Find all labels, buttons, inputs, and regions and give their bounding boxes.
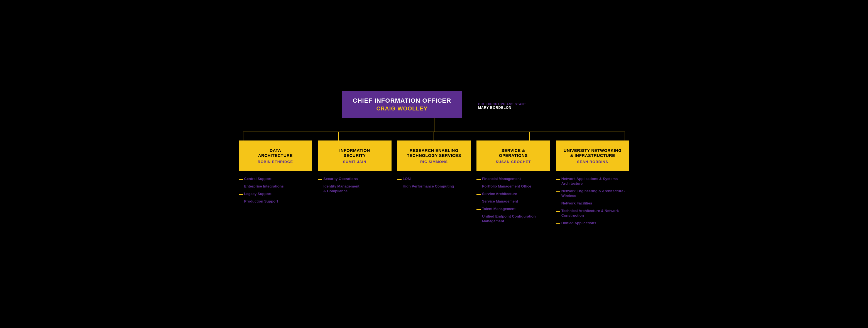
subitem-h-line	[556, 191, 560, 192]
assistant-connector-line	[465, 106, 476, 106]
subitem-label: Technical Architecture & Network Constru…	[561, 209, 630, 218]
drop-line-2	[338, 132, 339, 140]
subitems-container-research-enabling: LONIHigh Performance Computing	[397, 171, 471, 192]
list-item: Technical Architecture & Network Constru…	[556, 209, 630, 218]
subitem-h-line	[239, 194, 243, 195]
subitem-h-line	[239, 202, 243, 202]
list-item: Service Architecture	[476, 192, 550, 196]
subitem-label: Production Support	[244, 199, 278, 204]
subitem-label: Service Architecture	[482, 192, 517, 196]
assistant-line-container: CIO EXECUTIVE ASSISTANT MARY BORDELON	[465, 102, 526, 109]
list-item: Identity Management & Compliance	[318, 184, 392, 194]
subitems-container-service-operations: Financial ManagementPortfolio Management…	[476, 171, 550, 226]
subitem-label: Financial Management	[482, 177, 521, 182]
subitem-h-line	[318, 187, 322, 187]
subitems-container-data-architecture: Central SupportEnterprise IntegrationsLe…	[239, 171, 312, 207]
top-level-wrapper: CHIEF INFORMATION OFFICER CRAIG WOOLLEY …	[217, 91, 651, 236]
list-item: Talent Management	[476, 207, 550, 211]
subitems-container-information-security: Security OperationsIdentity Management &…	[318, 171, 392, 196]
subitem-label: Unified Endpoint Configuration Managemen…	[482, 214, 536, 224]
subitem-label: Portfolio Management Office	[482, 184, 531, 189]
subitem-h-line	[556, 204, 560, 204]
subitems-container-university-networking: Network Applications & Systems Architect…	[556, 171, 630, 228]
division-drops	[243, 132, 625, 140]
drop-line-4	[529, 132, 530, 140]
list-item: Service Management	[476, 199, 550, 204]
subitem-label: Security Operations	[323, 177, 358, 182]
list-item: Production Support	[239, 199, 312, 204]
cio-assistant: CIO EXECUTIVE ASSISTANT MARY BORDELON	[465, 100, 526, 109]
division-name-service-operations: SUSAN CROCHET	[482, 160, 545, 164]
subitem-h-line	[556, 179, 560, 180]
division-title-university-networking: UNIVERSITY NETWORKING & INFRASTRUCTURE	[561, 148, 625, 158]
subitem-h-line	[318, 179, 322, 180]
subitem-h-line	[239, 187, 243, 187]
division-box-data-architecture: DATA ARCHITECTUREROBIN ETHRIDGE	[239, 140, 312, 171]
subitem-label: Service Management	[482, 199, 518, 204]
division-box-service-operations: SERVICE & OPERATIONSSUSAN CROCHET	[476, 140, 550, 171]
subitem-h-line	[476, 209, 481, 210]
division-box-research-enabling: RESEARCH ENABLING TECHNOLOGY SERVICESRIC…	[397, 140, 471, 171]
divisions-row: DATA ARCHITECTUREROBIN ETHRIDGECentral S…	[239, 140, 630, 228]
subitem-label: LONI	[403, 177, 411, 182]
subitem-label: Network Facilities	[561, 201, 592, 206]
list-item: Network Engineering & Architecture / Wir…	[556, 189, 630, 198]
org-chart: CHIEF INFORMATION OFFICER CRAIG WOOLLEY …	[217, 91, 651, 236]
subitem-label: Talent Management	[482, 207, 516, 211]
cio-name: CRAIG WOOLLEY	[353, 105, 451, 112]
division-col-data-architecture: DATA ARCHITECTUREROBIN ETHRIDGECentral S…	[239, 140, 312, 228]
division-col-university-networking: UNIVERSITY NETWORKING & INFRASTRUCTURESE…	[556, 140, 630, 228]
subitem-h-line	[556, 223, 560, 224]
subitem-h-line	[397, 187, 402, 187]
subitem-label: Central Support	[244, 177, 272, 182]
list-item: Enterprise Integrations	[239, 184, 312, 189]
subitem-h-line	[556, 211, 560, 212]
division-title-data-architecture: DATA ARCHITECTURE	[244, 148, 307, 158]
subitem-label: Network Applications & Systems Architect…	[561, 177, 630, 186]
list-item: Central Support	[239, 177, 312, 182]
assistant-text-block: CIO EXECUTIVE ASSISTANT MARY BORDELON	[478, 102, 526, 109]
list-item: Network Facilities	[556, 201, 630, 206]
subitem-h-line	[476, 217, 481, 217]
division-title-research-enabling: RESEARCH ENABLING TECHNOLOGY SERVICES	[402, 148, 466, 158]
cio-title: CHIEF INFORMATION OFFICER	[353, 97, 451, 104]
cio-vertical-line	[434, 118, 434, 132]
subitem-label: High Performance Computing	[403, 184, 454, 189]
list-item: Legacy Support	[239, 192, 312, 196]
division-box-information-security: INFORMATION SECURITYSUMIT JAIN	[318, 140, 392, 171]
division-box-university-networking: UNIVERSITY NETWORKING & INFRASTRUCTURESE…	[556, 140, 630, 171]
assistant-title: CIO EXECUTIVE ASSISTANT	[478, 102, 526, 106]
list-item: Network Applications & Systems Architect…	[556, 177, 630, 186]
division-col-service-operations: SERVICE & OPERATIONSSUSAN CROCHETFinanci…	[476, 140, 550, 228]
subitem-label: Identity Management & Compliance	[323, 184, 359, 194]
cio-box: CHIEF INFORMATION OFFICER CRAIG WOOLLEY	[342, 91, 462, 118]
list-item: LONI	[397, 177, 471, 182]
list-item: Unified Endpoint Configuration Managemen…	[476, 214, 550, 224]
subitem-h-line	[476, 187, 481, 187]
subitem-label: Network Engineering & Architecture / Wir…	[561, 189, 630, 198]
division-name-information-security: SUMIT JAIN	[323, 160, 386, 164]
divisions-horizontal-line	[243, 132, 625, 132]
cio-row: CHIEF INFORMATION OFFICER CRAIG WOOLLEY …	[342, 91, 526, 118]
subitem-label: Unified Applications	[561, 221, 596, 226]
division-title-service-operations: SERVICE & OPERATIONS	[482, 148, 545, 158]
subitem-label: Legacy Support	[244, 192, 272, 196]
subitem-h-line	[476, 202, 481, 202]
subitem-label: Enterprise Integrations	[244, 184, 284, 189]
subitem-h-line	[239, 179, 243, 180]
division-title-information-security: INFORMATION SECURITY	[323, 148, 386, 158]
assistant-name: MARY BORDELON	[478, 106, 526, 109]
subitem-h-line	[397, 179, 402, 180]
list-item: Unified Applications	[556, 221, 630, 226]
subitem-h-line	[476, 179, 481, 180]
drop-line-1	[243, 132, 243, 140]
division-name-data-architecture: ROBIN ETHRIDGE	[244, 160, 307, 164]
division-col-research-enabling: RESEARCH ENABLING TECHNOLOGY SERVICESRIC…	[397, 140, 471, 228]
division-name-research-enabling: RIC SIMMONS	[402, 160, 466, 164]
list-item: High Performance Computing	[397, 184, 471, 189]
subitem-h-line	[476, 194, 481, 195]
division-col-information-security: INFORMATION SECURITYSUMIT JAINSecurity O…	[318, 140, 392, 228]
drop-line-3	[434, 132, 434, 140]
division-name-university-networking: SEAN ROBBINS	[561, 160, 625, 164]
drop-line-5	[625, 132, 625, 140]
